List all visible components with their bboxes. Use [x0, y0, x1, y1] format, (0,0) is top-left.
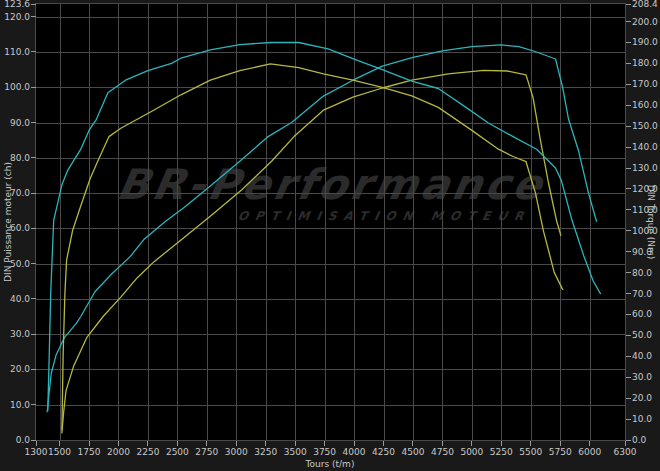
y-right-tick-label: 40.0	[632, 351, 660, 361]
y-right-tick	[626, 4, 631, 5]
y-right-tick-label: 80.0	[632, 268, 660, 278]
y-right-tick-label: 150.0	[632, 121, 660, 131]
y-left-tick-label: 0.0	[0, 435, 30, 445]
y-right-tick	[626, 251, 631, 252]
y-right-tick	[626, 209, 631, 210]
y-right-tick	[626, 188, 631, 189]
y-right-tick-label: 200.0	[632, 17, 660, 27]
y-right-tick-label: 0.0	[632, 435, 660, 445]
y-right-tick	[626, 21, 631, 22]
y-right-tick-label: 110.0	[632, 205, 660, 215]
x-tick-label: 6300	[607, 447, 643, 457]
y-right-tick-label: 140.0	[632, 142, 660, 152]
plot-area: BR-Performance optimisation moteur	[36, 4, 625, 440]
y-left-tick-label: 60.0	[0, 223, 30, 233]
y-right-tick	[626, 398, 631, 399]
x-tick	[412, 441, 413, 446]
y-left-tick-label: 120.0	[0, 12, 30, 22]
x-tick-label: 6000	[572, 447, 608, 457]
x-tick	[265, 441, 266, 446]
y-right-tick	[626, 147, 631, 148]
y-right-tick-label: 60.0	[632, 309, 660, 319]
y-right-tick	[626, 356, 631, 357]
y-right-tick-label: 50.0	[632, 330, 660, 340]
y-right-tick	[626, 440, 631, 441]
y-left-tick-label: 80.0	[0, 153, 30, 163]
curve-torque-yellow	[62, 64, 563, 430]
y-left-tick-label: 30.0	[0, 329, 30, 339]
y-right-tick	[626, 84, 631, 85]
x-tick	[236, 441, 237, 446]
y-right-tick-label: 30.0	[632, 372, 660, 382]
x-tick	[471, 441, 472, 446]
y-right-tick	[626, 377, 631, 378]
curve-power-yellow	[62, 70, 561, 433]
x-tick	[36, 441, 37, 446]
x-tick	[206, 441, 207, 446]
x-tick	[59, 441, 60, 446]
x-tick	[324, 441, 325, 446]
y-right-tick	[626, 293, 631, 294]
x-tick	[118, 441, 119, 446]
x-tick	[589, 441, 590, 446]
y-left-tick-label: 110.0	[0, 47, 30, 57]
x-tick	[530, 441, 531, 446]
y-right-tick-label: 120.0	[632, 184, 660, 194]
y-right-tick	[626, 63, 631, 64]
y-left-tick-label: 70.0	[0, 188, 30, 198]
y-left-tick-label: 10.0	[0, 400, 30, 410]
y-left-tick-label: 90.0	[0, 118, 30, 128]
x-tick	[560, 441, 561, 446]
y-left-tick-label: 50.0	[0, 259, 30, 269]
y-right-tick	[626, 126, 631, 127]
y-right-tick	[626, 42, 631, 43]
x-tick	[89, 441, 90, 446]
y-right-tick-label: 130.0	[632, 163, 660, 173]
y-left-tick-label: 100.0	[0, 82, 30, 92]
y-right-tick-label: 160.0	[632, 100, 660, 110]
x-tick	[177, 441, 178, 446]
y-right-tick	[626, 314, 631, 315]
y-right-tick-label: 190.0	[632, 37, 660, 47]
x-tick	[295, 441, 296, 446]
x-tick	[354, 441, 355, 446]
y-right-tick	[626, 272, 631, 273]
curve-torque-cyan	[48, 43, 601, 411]
curves-svg	[36, 4, 625, 440]
y-right-tick	[626, 419, 631, 420]
x-axis-title: Tours (t/m)	[0, 459, 660, 469]
y-left-tick-label: 123.6	[0, 0, 30, 9]
y-right-tick-label: 70.0	[632, 289, 660, 299]
x-tick	[625, 441, 626, 446]
y-right-tick-label: 10.0	[632, 414, 660, 424]
y-right-tick	[626, 230, 631, 231]
y-right-tick-label: 170.0	[632, 79, 660, 89]
y-right-tick-label: 180.0	[632, 58, 660, 68]
y-right-tick	[626, 335, 631, 336]
x-tick	[501, 441, 502, 446]
y-right-tick	[626, 168, 631, 169]
x-tick	[442, 441, 443, 446]
x-tick	[147, 441, 148, 446]
y-left-tick-label: 20.0	[0, 364, 30, 374]
dyno-chart: DIN Puissance moteur (ch) DIN Torque (Nm…	[0, 0, 660, 471]
y-right-tick-label: 100.0	[632, 226, 660, 236]
y-right-tick-label: 90.0	[632, 247, 660, 257]
y-left-tick-label: 40.0	[0, 294, 30, 304]
y-right-tick-label: 208.4	[632, 0, 660, 9]
x-tick	[383, 441, 384, 446]
y-right-tick-label: 20.0	[632, 393, 660, 403]
y-right-tick	[626, 105, 631, 106]
